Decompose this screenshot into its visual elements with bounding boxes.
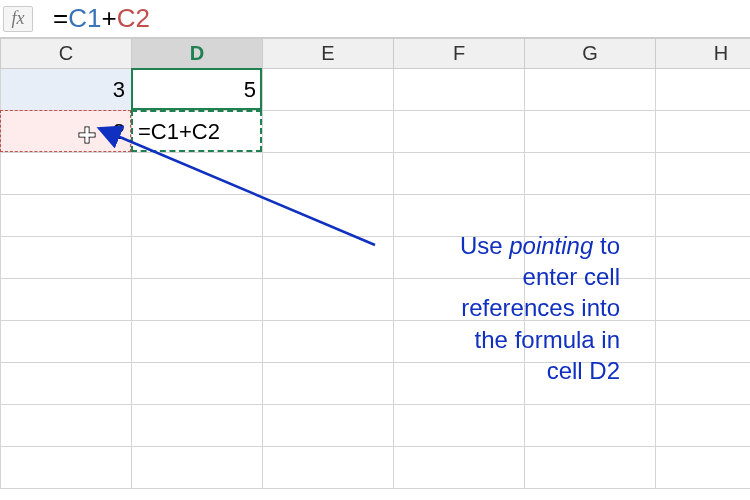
formula-bar: fx =C1+C2 — [0, 0, 750, 38]
cell-G2[interactable] — [525, 111, 656, 153]
formula-token-ref1: C1 — [68, 3, 101, 34]
formula-token-ref2: C2 — [117, 3, 150, 34]
col-header-C[interactable]: C — [1, 39, 132, 69]
cell[interactable] — [132, 153, 263, 195]
cell[interactable] — [656, 237, 751, 279]
cell[interactable] — [656, 195, 751, 237]
cell[interactable] — [1, 321, 132, 363]
annotation-text: Use pointing to enter cell references in… — [360, 230, 620, 386]
cell-D2[interactable]: =C1+C2 — [132, 111, 263, 153]
cell-F1[interactable] — [394, 69, 525, 111]
cell-C2[interactable]: 2 — [1, 111, 132, 153]
col-header-D[interactable]: D — [132, 39, 263, 69]
cell[interactable] — [1, 279, 132, 321]
cell[interactable] — [1, 195, 132, 237]
cell[interactable] — [132, 405, 263, 447]
cell[interactable] — [394, 405, 525, 447]
cell[interactable] — [132, 195, 263, 237]
cell-H2[interactable] — [656, 111, 751, 153]
cell-G1[interactable] — [525, 69, 656, 111]
annotation-line: cell D2 — [360, 355, 620, 386]
column-header-row: C D E F G H — [1, 39, 751, 69]
annotation-line: references into — [360, 292, 620, 323]
cell-E1[interactable] — [263, 69, 394, 111]
formula-token-plus: + — [101, 3, 116, 34]
cell[interactable] — [394, 447, 525, 489]
cell[interactable] — [132, 279, 263, 321]
annotation-word-italic: pointing — [509, 232, 593, 259]
cell[interactable] — [132, 447, 263, 489]
cell[interactable] — [656, 363, 751, 405]
annotation-word: to — [593, 232, 620, 259]
cell[interactable] — [263, 405, 394, 447]
formula-input[interactable]: =C1+C2 — [33, 3, 750, 34]
cell[interactable] — [656, 405, 751, 447]
cell[interactable] — [1, 405, 132, 447]
cell[interactable] — [394, 153, 525, 195]
annotation-line: enter cell — [360, 261, 620, 292]
cell[interactable] — [263, 447, 394, 489]
cell[interactable] — [263, 153, 394, 195]
cell-C1[interactable]: 3 — [1, 69, 132, 111]
annotation-word: Use — [460, 232, 509, 259]
cell[interactable] — [132, 363, 263, 405]
cell[interactable] — [525, 447, 656, 489]
cell[interactable] — [132, 237, 263, 279]
cell[interactable] — [656, 321, 751, 363]
cell-F2[interactable] — [394, 111, 525, 153]
cell-E2[interactable] — [263, 111, 394, 153]
cell[interactable] — [1, 237, 132, 279]
col-header-G[interactable]: G — [525, 39, 656, 69]
cell[interactable] — [525, 153, 656, 195]
cell[interactable] — [132, 321, 263, 363]
col-header-E[interactable]: E — [263, 39, 394, 69]
fx-button[interactable]: fx — [3, 6, 33, 32]
formula-token-eq: = — [53, 3, 68, 34]
col-header-H[interactable]: H — [656, 39, 751, 69]
cell[interactable] — [656, 447, 751, 489]
cell[interactable] — [656, 279, 751, 321]
cell[interactable] — [525, 405, 656, 447]
col-header-F[interactable]: F — [394, 39, 525, 69]
annotation-line: the formula in — [360, 324, 620, 355]
cell[interactable] — [1, 153, 132, 195]
cell[interactable] — [1, 447, 132, 489]
cell[interactable] — [656, 153, 751, 195]
cell-H1[interactable] — [656, 69, 751, 111]
cell-D1[interactable]: 5 — [132, 69, 263, 111]
cell[interactable] — [1, 363, 132, 405]
